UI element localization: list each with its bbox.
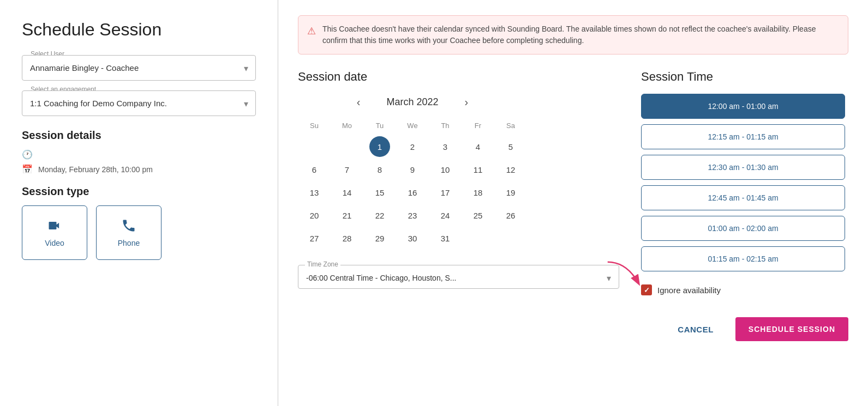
calendar-month-year: March 2022 [386, 96, 438, 108]
time-slot-2[interactable]: 12:30 am - 01:30 am [641, 155, 845, 180]
calendar: ‹ March 2022 › Su Mo Tu We Th Fr Sa [298, 94, 527, 250]
cal-day-1[interactable]: 1 [369, 136, 390, 157]
cal-day-4[interactable]: 4 [468, 136, 488, 157]
ignore-availability-container: Ignore availability [641, 280, 848, 295]
calendar-week-5: 27 28 29 30 31 [298, 227, 527, 250]
cal-empty [337, 136, 357, 157]
cal-empty [304, 136, 325, 157]
page-title: Schedule Session [22, 20, 256, 40]
select-user-input[interactable]: Annamarie Bingley - Coachee [22, 55, 256, 81]
video-button[interactable]: Video [22, 205, 87, 260]
next-month-button[interactable]: › [460, 94, 473, 111]
alert-icon: ⚠ [307, 24, 316, 39]
cal-day-14[interactable]: 14 [337, 182, 357, 203]
ignore-availability-checkbox[interactable] [641, 284, 652, 295]
cal-day-30[interactable]: 30 [402, 228, 423, 249]
cal-day-25[interactable]: 25 [468, 205, 488, 226]
phone-label: Phone [118, 239, 140, 247]
main-content: Session date ‹ March 2022 › Su Mo Tu We … [298, 70, 848, 341]
cal-empty [468, 228, 488, 249]
calendar-grid: Su Mo Tu We Th Fr Sa 1 2 3 [298, 119, 527, 250]
cal-day-12[interactable]: 12 [500, 159, 521, 180]
session-date-row: 📅 Monday, February 28th, 10:00 pm [22, 164, 256, 174]
cal-day-22[interactable]: 22 [369, 205, 390, 226]
day-header-su: Su [298, 119, 331, 132]
calendar-section: Session date ‹ March 2022 › Su Mo Tu We … [298, 70, 619, 341]
select-engagement-group: Select an engagement 1:1 Coaching for De… [22, 90, 256, 116]
day-header-fr: Fr [462, 119, 494, 132]
cal-day-27[interactable]: 27 [304, 228, 325, 249]
cal-day-28[interactable]: 28 [337, 228, 357, 249]
session-type-title: Session type [22, 185, 256, 198]
time-slots: 12:00 am - 01:00 am 12:15 am - 01:15 am … [641, 94, 848, 271]
right-panel: ⚠ This Coachee doesn't have their calend… [278, 0, 868, 406]
time-slot-1[interactable]: 12:15 am - 01:15 am [641, 124, 845, 149]
cal-day-3[interactable]: 3 [435, 136, 456, 157]
session-details-title: Session details [22, 129, 256, 142]
ignore-availability-label: Ignore availability [657, 286, 721, 295]
cal-day-10[interactable]: 10 [435, 159, 456, 180]
cal-day-9[interactable]: 9 [402, 159, 423, 180]
cal-day-8[interactable]: 8 [369, 159, 390, 180]
calendar-week-1: 1 2 3 4 5 [298, 135, 527, 158]
phone-icon [121, 218, 136, 233]
session-date-heading: Session date [298, 70, 619, 84]
alert-message: This Coachee doesn't have their calendar… [322, 23, 839, 46]
session-date-text: Monday, February 28th, 10:00 pm [38, 165, 153, 174]
day-header-we: We [396, 119, 429, 132]
cal-day-13[interactable]: 13 [304, 182, 325, 203]
calendar-week-4: 20 21 22 23 24 25 26 [298, 204, 527, 227]
timezone-select[interactable]: -06:00 Central Time - Chicago, Houston, … [306, 274, 611, 282]
time-slot-0[interactable]: 12:00 am - 01:00 am [641, 94, 845, 119]
time-slot-4[interactable]: 01:00 am - 02:00 am [641, 216, 845, 241]
prev-month-button[interactable]: ‹ [352, 94, 365, 111]
session-time-row: 🕐 [22, 149, 256, 160]
cal-day-15[interactable]: 15 [369, 182, 390, 203]
cal-day-19[interactable]: 19 [500, 182, 521, 203]
cal-day-21[interactable]: 21 [337, 205, 357, 226]
ignore-availability-row: Ignore availability [641, 284, 721, 295]
session-type-options: Video Phone [22, 205, 256, 260]
calendar-week-2: 6 7 8 9 10 11 12 [298, 158, 527, 181]
timezone-label: Time Zone [305, 260, 340, 268]
action-bar: CANCEL SCHEDULE SESSION [641, 311, 848, 341]
cal-day-7[interactable]: 7 [337, 159, 357, 180]
cal-day-6[interactable]: 6 [304, 159, 325, 180]
time-slot-3[interactable]: 12:45 am - 01:45 am [641, 185, 845, 210]
day-header-sa: Sa [494, 119, 527, 132]
cal-day-23[interactable]: 23 [402, 205, 423, 226]
day-header-mo: Mo [331, 119, 363, 132]
cal-day-2[interactable]: 2 [402, 136, 423, 157]
cal-day-20[interactable]: 20 [304, 205, 325, 226]
select-engagement-input[interactable]: 1:1 Coaching for Demo Company Inc. [22, 90, 256, 116]
timezone-section: Time Zone -06:00 Central Time - Chicago,… [298, 265, 619, 289]
phone-button[interactable]: Phone [96, 205, 161, 260]
calendar-icon: 📅 [22, 164, 33, 174]
cal-day-11[interactable]: 11 [468, 159, 488, 180]
day-header-th: Th [429, 119, 462, 132]
select-user-group: Select User Annamarie Bingley - Coachee [22, 55, 256, 81]
time-section: Session Time 12:00 am - 01:00 am 12:15 a… [641, 70, 848, 341]
time-slot-5[interactable]: 01:15 am - 02:15 am [641, 246, 845, 271]
cal-day-24[interactable]: 24 [435, 205, 456, 226]
timezone-wrapper[interactable]: -06:00 Central Time - Chicago, Houston, … [306, 273, 611, 283]
calendar-header: ‹ March 2022 › [298, 94, 527, 111]
cal-day-16[interactable]: 16 [402, 182, 423, 203]
session-details: 🕐 📅 Monday, February 28th, 10:00 pm [22, 149, 256, 174]
timezone-form-group: Time Zone -06:00 Central Time - Chicago,… [298, 265, 619, 289]
calendar-week-3: 13 14 15 16 17 18 19 [298, 181, 527, 204]
cal-day-17[interactable]: 17 [435, 182, 456, 203]
cal-day-31[interactable]: 31 [435, 228, 456, 249]
cal-day-29[interactable]: 29 [369, 228, 390, 249]
select-user-wrapper[interactable]: Annamarie Bingley - Coachee [22, 55, 256, 81]
video-icon [47, 218, 62, 233]
cal-day-5[interactable]: 5 [500, 136, 521, 157]
alert-banner: ⚠ This Coachee doesn't have their calend… [298, 15, 848, 54]
clock-icon: 🕐 [22, 149, 33, 160]
cal-day-18[interactable]: 18 [468, 182, 488, 203]
video-label: Video [45, 239, 64, 247]
schedule-session-button[interactable]: SCHEDULE SESSION [735, 317, 848, 341]
cancel-button[interactable]: CANCEL [667, 319, 725, 340]
cal-day-26[interactable]: 26 [500, 205, 521, 226]
select-engagement-wrapper[interactable]: 1:1 Coaching for Demo Company Inc. [22, 90, 256, 116]
